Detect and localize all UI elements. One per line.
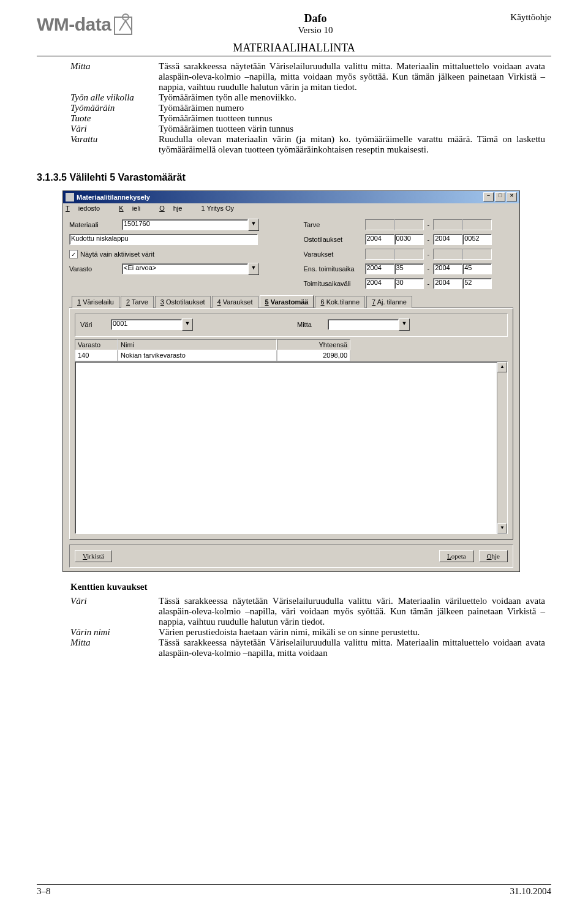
table-header: Varasto Nimi Yhteensä	[75, 339, 508, 350]
dropdown-icon[interactable]: ▼	[399, 318, 410, 331]
input-size[interactable]	[328, 319, 399, 330]
input-material-desc[interactable]: Kudottu niskalappu	[69, 234, 258, 245]
term-desc: Tässä sarakkeessa näytetään Väriselailur…	[159, 638, 545, 658]
input-storage[interactable]: <Ei arvoa>	[122, 263, 248, 274]
input-tav-y2[interactable]: 2004	[433, 278, 462, 289]
doc-title: Dafo	[178, 12, 453, 25]
term-desc: Ruudulla olevan materiaalin värin (ja mi…	[159, 134, 545, 155]
input-osto-y2[interactable]: 2004	[433, 234, 462, 245]
label-first-delivery: Ens. toimitusaika	[304, 265, 365, 273]
term: Mitta	[70, 61, 154, 92]
quit-button[interactable]: Lopeta	[439, 550, 474, 562]
dash: -	[424, 236, 434, 243]
input-var-w2	[462, 249, 492, 260]
tab-ostotilaukset[interactable]: 3 Ostotilaukset	[155, 296, 211, 308]
menu-company[interactable]: 1 Yritys Oy	[201, 205, 234, 212]
col-storage: Varasto	[75, 339, 118, 350]
tab-ajtilanne[interactable]: 7 Aj. tilanne	[366, 296, 412, 308]
term-desc: Työmääräimen tuotteen tunnus	[159, 113, 545, 124]
term-desc: Työmääräimen työn alle menoviikko.	[159, 92, 545, 103]
label-demand: Tarve	[304, 221, 365, 228]
label-size: Mitta	[297, 321, 328, 328]
subform-color-size: Väri 0001 ▼ Mitta ▼	[75, 314, 508, 337]
input-ens-w2[interactable]: 45	[462, 263, 492, 274]
form-right: Tarve - Ostotilaukset 2004 0030 - 2004 0…	[304, 218, 514, 292]
page-header: WM-data Dafo Versio 10 Käyttöohje	[37, 12, 551, 37]
section-title: MATERIAALIHALLINTA	[37, 42, 551, 55]
input-demand-w1	[394, 219, 424, 230]
help-button[interactable]: Ohje	[479, 550, 508, 562]
col-name: Nimi	[118, 339, 277, 350]
minimize-icon[interactable]: –	[483, 192, 494, 201]
scroll-down-icon[interactable]: ▼	[497, 523, 507, 533]
menu-help[interactable]: Ohje	[159, 205, 190, 212]
label-reservations: Varaukset	[304, 250, 365, 258]
input-osto-y1[interactable]: 2004	[365, 234, 394, 245]
table-row[interactable]: 140 Nokian tarvikevarasto 2098,00	[75, 350, 508, 361]
footer: 3–8 31.10.2004	[37, 884, 551, 897]
dash: -	[424, 221, 434, 228]
form-left: Materiaali 1501760 ▼ Kudottu niskalappu …	[69, 218, 279, 292]
tab-variselailu[interactable]: 1 Väriselailu	[72, 296, 119, 308]
doc-type: Käyttöohje	[459, 12, 551, 23]
input-demand-w2	[462, 219, 492, 230]
window-title: Materiaalitilannekysely	[77, 194, 483, 201]
menubar: Tiedosto Kieli Ohje 1 Yritys Oy	[63, 203, 519, 213]
input-material[interactable]: 1501760	[122, 219, 248, 230]
dash: -	[424, 250, 434, 258]
tab-varaukset[interactable]: 4 Varaukset	[212, 296, 258, 308]
input-demand-y2	[433, 219, 462, 230]
input-tav-w2[interactable]: 52	[462, 278, 492, 289]
tab-varastomaa[interactable]: 5 Varastomää	[260, 295, 314, 307]
input-osto-w2[interactable]: 0052	[462, 234, 492, 245]
term-desc: Värien perustiedoista haetaan värin nimi…	[159, 627, 545, 638]
label-active-colors: Näytä vain aktiiviset värit	[80, 250, 154, 258]
maximize-icon[interactable]: □	[495, 192, 505, 201]
term-desc: Työmääräimen tuotteen värin tunnus	[159, 124, 545, 134]
input-demand-y1	[365, 219, 394, 230]
tabbody: Väri 0001 ▼ Mitta ▼ Varasto Nimi Yhteens…	[69, 308, 513, 540]
dropdown-icon[interactable]: ▼	[248, 219, 259, 231]
doc-version: Versio 10	[178, 25, 453, 36]
input-osto-w1[interactable]: 0030	[394, 234, 424, 245]
term-desc: Tässä sarakkeessa näytetään Väriselailur…	[159, 61, 545, 92]
dropdown-icon[interactable]: ▼	[182, 318, 193, 331]
input-ens-y2[interactable]: 2004	[433, 263, 462, 274]
titlebar: Materiaalitilannekysely – □ ×	[63, 191, 519, 203]
tab-tarve[interactable]: 2 Tarve	[121, 296, 154, 308]
cell-storage: 140	[75, 350, 118, 361]
definitions-bottom: VäriTässä sarakkeessa näytetään Värisela…	[70, 596, 545, 658]
page-number: 3–8	[37, 886, 51, 897]
divider	[37, 56, 551, 56]
label-material: Materiaali	[69, 221, 122, 228]
input-var-y1	[365, 249, 394, 260]
term: Väri	[70, 124, 154, 134]
menu-language[interactable]: Kieli	[119, 205, 149, 212]
logo-text: WM-data	[37, 14, 111, 35]
label-color: Väri	[80, 321, 111, 328]
refresh-button[interactable]: Virkistä	[75, 550, 112, 562]
input-tav-w1[interactable]: 30	[394, 278, 424, 289]
scrollbar[interactable]: ▲ ▼	[497, 362, 507, 533]
label-purchaseorders: Ostotilaukset	[304, 236, 365, 243]
term: Mitta	[70, 638, 154, 658]
term-desc: Tässä sarakkeessa näytetään Väriselailur…	[159, 596, 545, 627]
section-heading: 3.1.3.5 Välilehti 5 Varastomäärät	[37, 172, 551, 183]
input-ens-y1[interactable]: 2004	[365, 263, 394, 274]
input-tav-y1[interactable]: 2004	[365, 278, 394, 289]
label-storage: Varasto	[69, 265, 122, 273]
subhead-fields: Kenttien kuvaukset	[70, 582, 551, 592]
tab-koktilanne[interactable]: 6 Kok.tilanne	[315, 296, 365, 308]
definitions-top: MittaTässä sarakkeessa näytetään Värisel…	[70, 61, 545, 155]
label-delivery-interval: Toimitusaikaväli	[304, 280, 365, 287]
close-icon[interactable]: ×	[507, 192, 517, 201]
col-total: Yhteensä	[277, 339, 350, 350]
wm-logo: WM-data	[37, 12, 172, 37]
dropdown-icon[interactable]: ▼	[248, 263, 259, 275]
input-color[interactable]: 0001	[111, 319, 182, 330]
scroll-up-icon[interactable]: ▲	[497, 362, 507, 372]
term: Väri	[70, 596, 154, 627]
input-ens-w1[interactable]: 35	[394, 263, 424, 274]
checkbox-active-colors[interactable]: ✓	[69, 250, 78, 258]
menu-file[interactable]: Tiedosto	[66, 205, 108, 212]
